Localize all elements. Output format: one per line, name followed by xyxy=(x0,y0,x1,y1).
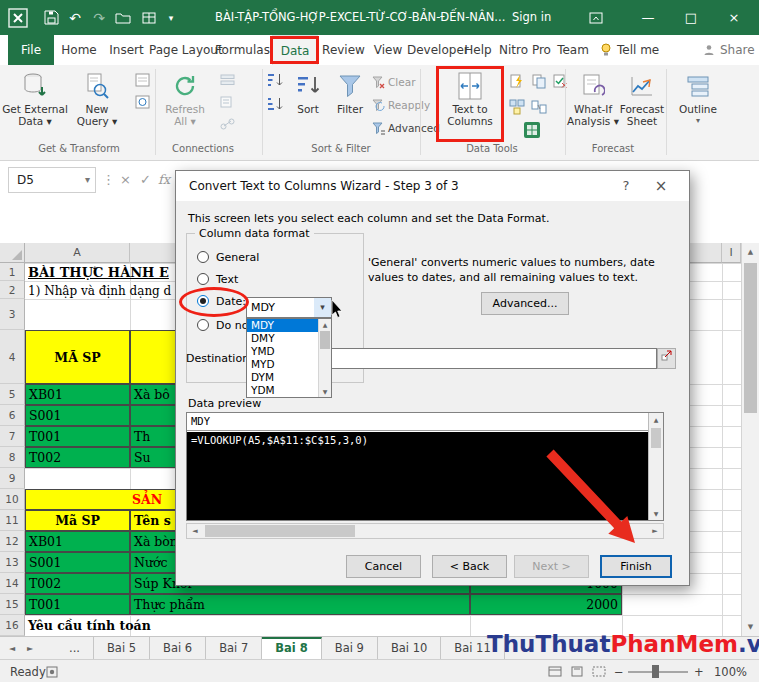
new-query-button[interactable]: New Query ▾ xyxy=(68,69,126,141)
tab-home[interactable]: Home xyxy=(54,35,104,65)
row-header-10[interactable]: 10 xyxy=(0,489,25,510)
sort-descending-icon[interactable] xyxy=(266,95,284,113)
cell-a6[interactable]: S001 xyxy=(25,405,130,426)
normal-view-icon[interactable] xyxy=(548,660,562,682)
sort-ascending-icon[interactable] xyxy=(266,71,284,89)
column-header-i[interactable]: I xyxy=(722,243,741,263)
cell-a16[interactable]: Yêu cầu tính toán xyxy=(28,618,151,633)
outline-group-button[interactable]: Outline ▾ xyxy=(670,69,726,141)
radio-general[interactable]: General xyxy=(197,250,259,264)
cell-a13[interactable]: S001 xyxy=(25,552,130,573)
name-box-dropdown-icon[interactable]: ▾ xyxy=(85,168,90,192)
radio-text-circle[interactable] xyxy=(197,273,209,285)
folder-icon[interactable] xyxy=(112,0,134,35)
excel-app-icon[interactable] xyxy=(7,0,29,35)
row-header-14[interactable]: 14 xyxy=(0,573,25,594)
radio-date[interactable]: Date: xyxy=(197,294,246,308)
clear-filter-button[interactable]: Clear xyxy=(372,73,415,91)
row-header-2[interactable]: 2 xyxy=(0,281,25,299)
tab-team[interactable]: Team xyxy=(553,35,593,65)
tell-me-box[interactable]: Tell me xyxy=(600,35,659,65)
tab-help[interactable]: Help xyxy=(459,35,497,65)
filter-button[interactable]: Filter xyxy=(330,69,370,141)
maximize-button[interactable]: □ xyxy=(676,0,706,35)
undo-icon[interactable]: ↶ xyxy=(64,0,86,35)
date-option-mdy[interactable]: MDY xyxy=(247,319,318,332)
vertical-scroll-thumb[interactable] xyxy=(744,263,757,413)
select-all-corner[interactable] xyxy=(0,243,25,263)
row-header-16[interactable]: 16 xyxy=(0,615,25,636)
tab-page-layout[interactable]: Page Layout xyxy=(149,35,213,65)
show-queries-icon[interactable] xyxy=(133,71,151,89)
tab-nitro-pro[interactable]: Nitro Pro xyxy=(497,35,553,65)
radio-general-circle[interactable] xyxy=(197,251,209,263)
tab-file[interactable]: File xyxy=(8,35,54,65)
zoom-out-icon[interactable]: − xyxy=(614,660,624,682)
forecast-sheet-button[interactable]: Forecast Sheet xyxy=(620,69,664,141)
dropdown-scroll-down-icon[interactable]: ▼ xyxy=(319,386,331,397)
radio-date-circle[interactable] xyxy=(197,295,209,307)
cell-a2[interactable]: 1) Nhập và định dạng d xyxy=(28,284,171,298)
sheet-nav-right-icon[interactable]: ► xyxy=(22,637,38,660)
dropdown-scroll-thumb[interactable] xyxy=(320,331,330,349)
row-header-8[interactable]: 8 xyxy=(0,447,25,468)
remove-duplicates-icon[interactable] xyxy=(530,72,548,90)
destination-range-button[interactable] xyxy=(657,348,676,369)
row-header-4[interactable]: 4 xyxy=(0,330,25,384)
table-icon[interactable] xyxy=(138,0,160,35)
preview-scroll-up-icon[interactable]: ▲ xyxy=(649,413,663,426)
row-header-12[interactable]: 12 xyxy=(0,531,25,552)
scroll-up-icon[interactable]: ▲ xyxy=(742,243,759,261)
confirm-entry-icon[interactable]: ✓ xyxy=(140,167,151,193)
dropdown-scroll-up-icon[interactable]: ▲ xyxy=(319,319,331,330)
connections-icon[interactable] xyxy=(218,71,236,89)
preview-scroll-thumb[interactable] xyxy=(651,428,661,448)
sign-in-button[interactable]: Sign in xyxy=(512,0,551,35)
minimize-button[interactable]: — xyxy=(633,0,663,35)
sheet-tab--[interactable]: ... xyxy=(56,637,94,660)
save-icon[interactable] xyxy=(40,0,62,35)
cell-a1[interactable]: BÀI THỰC HÀNH E xyxy=(28,265,169,280)
close-button[interactable]: × xyxy=(719,0,749,35)
advanced-button[interactable]: Advanced... xyxy=(481,292,569,315)
cell-a11[interactable]: Mã SP xyxy=(25,510,130,531)
row-header-9[interactable]: 9 xyxy=(0,468,25,489)
row-header-15[interactable]: 15 xyxy=(0,594,25,615)
refresh-all-button[interactable]: Refresh All ▾ xyxy=(158,69,212,141)
date-option-dmy[interactable]: DMY xyxy=(247,332,318,345)
cell-a4[interactable]: MÃ SP xyxy=(25,330,130,384)
cell-a8[interactable]: T002 xyxy=(25,447,130,468)
preview-column-data[interactable]: =VLOOKUP(A5,$A$11:$C$15,3,0) xyxy=(187,432,648,520)
row-header-1[interactable]: 1 xyxy=(0,263,25,281)
get-external-data-button[interactable]: Get External Data ▾ xyxy=(4,69,66,141)
date-option-ydm[interactable]: YDM xyxy=(247,384,318,397)
date-option-dym[interactable]: DYM xyxy=(247,371,318,384)
tab-developer[interactable]: Developer xyxy=(407,35,459,65)
insert-function-icon[interactable]: fx xyxy=(158,167,170,193)
preview-vertical-scrollbar[interactable]: ▲ ▼ xyxy=(648,413,663,520)
page-break-view-icon[interactable] xyxy=(592,660,606,682)
redo-icon[interactable]: ↷ xyxy=(88,0,110,35)
properties-icon[interactable] xyxy=(218,93,236,111)
cell-c15[interactable]: 2000 xyxy=(470,594,622,615)
qat-dropdown-icon[interactable]: ▾ xyxy=(160,0,182,35)
finish-button[interactable]: Finish xyxy=(600,555,672,578)
sheet-tab-bai-9[interactable]: Bai 9 xyxy=(322,637,378,660)
tab-data[interactable]: Data xyxy=(272,35,318,65)
name-box[interactable]: D5 ▾ xyxy=(8,167,96,193)
tab-view[interactable]: View xyxy=(369,35,407,65)
date-format-combobox[interactable]: MDY ▾ xyxy=(246,297,332,318)
row-header-13[interactable]: 13 xyxy=(0,552,25,573)
row-header-11[interactable]: 11 xyxy=(0,510,25,531)
relationships-icon[interactable] xyxy=(530,98,548,116)
cell-a5[interactable]: XB01 xyxy=(25,384,130,405)
page-layout-view-icon[interactable] xyxy=(570,660,584,682)
preview-scroll-down-icon[interactable]: ▼ xyxy=(649,507,663,520)
row-header-6[interactable]: 6 xyxy=(0,405,25,426)
row-header-5[interactable]: 5 xyxy=(0,384,25,405)
cancel-entry-icon[interactable]: × xyxy=(120,167,131,193)
text-to-columns-button[interactable]: Text to Columns xyxy=(437,69,503,141)
cell-a12[interactable]: XB01 xyxy=(25,531,130,552)
what-if-analysis-button[interactable]: What-If Analysis ▾ xyxy=(566,69,620,141)
consolidate-icon[interactable] xyxy=(508,98,526,116)
